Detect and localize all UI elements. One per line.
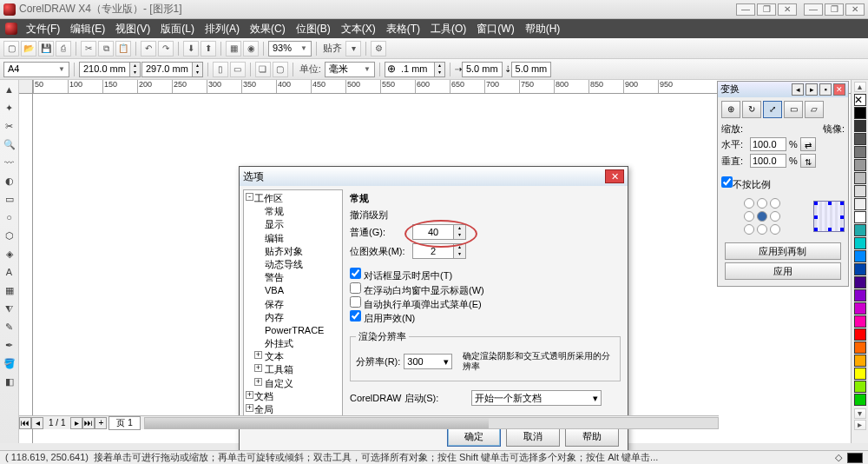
palette-up-button[interactable]: ▴ <box>854 82 866 92</box>
paper-combo[interactable]: A4▼ <box>3 62 69 77</box>
minimize-app-button[interactable]: — <box>804 3 823 16</box>
docker-close-button[interactable]: ✕ <box>833 83 845 96</box>
current-page-button[interactable]: ▢ <box>273 62 288 77</box>
docker-right-button[interactable]: ▸ <box>806 83 818 96</box>
swatch-darkblue[interactable] <box>854 263 866 275</box>
swatch-amber[interactable] <box>854 355 866 367</box>
undo-normal-spinner[interactable]: 40▴▾ <box>412 224 466 240</box>
paste-button[interactable]: 📋 <box>115 41 131 56</box>
close-doc-button[interactable]: ✕ <box>778 3 797 16</box>
portrait-button[interactable]: ▯ <box>213 62 228 77</box>
basic-shapes-tool[interactable]: ◈ <box>2 247 17 262</box>
menu-text[interactable]: 文本(X) <box>336 21 381 36</box>
menu-file[interactable]: 文件(F) <box>21 21 65 36</box>
apply-duplicate-button[interactable]: 应用到再制 <box>725 242 842 260</box>
anchor-grid[interactable] <box>744 198 783 235</box>
import-button[interactable]: ⬇ <box>183 41 199 56</box>
page-tab-1[interactable]: 页 1 <box>108 416 140 430</box>
crop-tool[interactable]: ✂ <box>2 119 17 135</box>
cut-button[interactable]: ✂ <box>81 41 96 56</box>
swatch-red[interactable] <box>854 328 866 341</box>
swatch-gray60[interactable] <box>854 159 866 171</box>
zoom-combo[interactable]: 93%▼ <box>268 41 312 56</box>
dialog-close-button[interactable]: ✕ <box>605 169 624 183</box>
open-button[interactable]: 📂 <box>21 41 36 56</box>
outline-swatch-icon[interactable]: ◇ <box>835 452 842 463</box>
copy-button[interactable]: ⧉ <box>98 41 114 56</box>
close-app-button[interactable]: ✕ <box>845 3 865 16</box>
docker-left-button[interactable]: ◂ <box>792 83 804 96</box>
scale-h-input[interactable] <box>750 137 786 151</box>
swatch-gray50[interactable] <box>854 172 866 184</box>
scale-v-input[interactable] <box>750 154 786 168</box>
new-button[interactable]: ▢ <box>3 41 19 56</box>
options-tree[interactable]: -工作区 常规 显示 编辑 贴齐对象 动态导线 警告 VBA 保存 内存 Pow… <box>243 189 343 419</box>
outline-tool[interactable]: ✒ <box>2 338 17 354</box>
swatch-orange[interactable] <box>854 341 866 354</box>
swatch-gray90[interactable] <box>854 120 866 132</box>
polygon-tool[interactable]: ⬡ <box>2 229 17 244</box>
menu-arrange[interactable]: 排列(A) <box>200 21 245 36</box>
menu-tools[interactable]: 工具(O) <box>425 21 471 36</box>
print-button[interactable]: ⎙ <box>56 41 71 56</box>
swatch-none[interactable]: ✕ <box>854 94 866 106</box>
nonprop-checkbox[interactable]: 不按比例 <box>721 176 771 190</box>
swatch-gray80[interactable] <box>854 133 866 145</box>
docker-collapse-button[interactable]: ▪ <box>819 83 832 96</box>
ellipse-tool[interactable]: ○ <box>2 210 17 226</box>
transform-scale-button[interactable]: ⤢ <box>763 101 782 118</box>
first-page-button[interactable]: ⏮ <box>19 417 31 429</box>
shape-tool[interactable]: ✦ <box>2 101 17 116</box>
options-button[interactable]: ⚙ <box>371 41 386 56</box>
auto-menu-checkbox[interactable]: 自动执行单项弹出式菜单(E) <box>350 299 482 309</box>
menu-help[interactable]: 帮助(H) <box>520 21 566 36</box>
restore-doc-button[interactable]: ❐ <box>757 3 776 16</box>
rectangle-tool[interactable]: ▭ <box>2 192 17 208</box>
swatch-gray30[interactable] <box>854 198 866 210</box>
help-button[interactable]: 帮助 <box>565 428 619 447</box>
landscape-button[interactable]: ▭ <box>230 62 246 77</box>
transform-position-button[interactable]: ⊕ <box>721 101 740 118</box>
swatch-teal[interactable] <box>854 224 866 236</box>
freehand-tool[interactable]: 〰 <box>2 156 17 171</box>
menu-layout[interactable]: 版面(L) <box>155 21 200 36</box>
restore-app-button[interactable]: ❐ <box>825 3 844 16</box>
fill-tool[interactable]: 🪣 <box>2 356 17 372</box>
swatch-cyan[interactable] <box>854 237 866 249</box>
transform-skew-button[interactable]: ▱ <box>805 101 824 118</box>
export-button[interactable]: ⬆ <box>201 41 216 56</box>
palette-down-button[interactable]: ▾ <box>854 408 866 419</box>
swatch-black[interactable] <box>854 107 866 119</box>
all-pages-button[interactable]: ❏ <box>255 62 271 77</box>
pick-tool[interactable]: ▲ <box>2 83 17 98</box>
blend-tool[interactable]: ⧨ <box>2 302 17 317</box>
mirror-v-button[interactable]: ⇅ <box>800 154 816 168</box>
menu-table[interactable]: 表格(T) <box>381 21 425 36</box>
mirror-h-button[interactable]: ⇄ <box>800 137 816 151</box>
redo-button[interactable]: ↷ <box>158 41 174 56</box>
text-tool[interactable]: A <box>2 265 17 281</box>
ruler-vertical[interactable] <box>19 94 33 443</box>
add-page-button[interactable]: + <box>95 417 107 429</box>
interactive-fill-tool[interactable]: ◧ <box>2 375 17 390</box>
unit-combo[interactable]: 毫米▼ <box>325 62 375 77</box>
next-page-button[interactable]: ▸ <box>70 417 82 429</box>
hscrollbar[interactable] <box>144 417 719 429</box>
swatch-gray40[interactable] <box>854 185 866 197</box>
startup-combo[interactable]: 开始一个新文档▾ <box>471 390 602 406</box>
zoom-tool[interactable]: 🔍 <box>2 137 17 153</box>
swatch-magenta[interactable] <box>854 302 866 315</box>
menu-edit[interactable]: 编辑(E) <box>65 21 110 36</box>
table-tool[interactable]: ▦ <box>2 283 17 299</box>
undo-button[interactable]: ↶ <box>141 41 156 56</box>
swatch-blue[interactable] <box>854 250 866 262</box>
swatch-pink[interactable] <box>854 315 866 328</box>
page-height-spinner[interactable]: 297.0 mm▴▾ <box>141 62 203 77</box>
app-launcher-button[interactable]: ▦ <box>226 41 241 56</box>
transform-rotate-button[interactable]: ↻ <box>742 101 761 118</box>
dup-y-spinner[interactable]: 5.0 mm <box>511 62 552 77</box>
menu-view[interactable]: 视图(V) <box>110 21 155 36</box>
page-width-spinner[interactable]: 210.0 mm▴▾ <box>79 62 141 77</box>
ok-button[interactable]: 确定 <box>447 428 501 447</box>
swatch-white[interactable] <box>854 211 866 223</box>
